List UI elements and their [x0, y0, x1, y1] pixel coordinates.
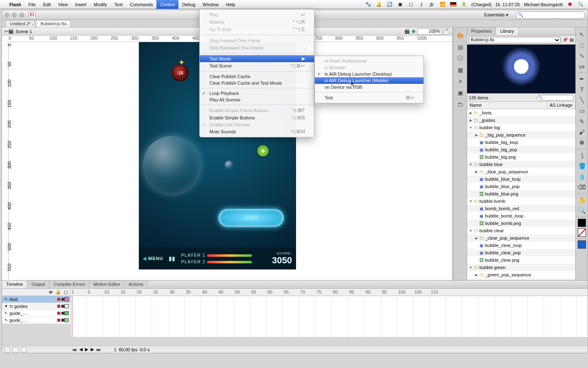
- shield-icon[interactable]: ⬢: [567, 2, 573, 7]
- pin-icon[interactable]: 📌: [562, 37, 568, 43]
- layer-row[interactable]: ▼🗀guides: [2, 303, 70, 310]
- menu-debug[interactable]: Debug: [178, 0, 199, 9]
- ffwd-icon[interactable]: ⏭: [96, 347, 101, 352]
- library-item[interactable]: ▣bubble_blue_loop: [467, 175, 575, 183]
- menu-window[interactable]: Window: [199, 0, 222, 9]
- library-item[interactable]: ▶🗀_green_pop_sequence: [467, 271, 575, 278]
- bluetooth-icon[interactable]: ᛒ: [418, 2, 425, 7]
- line-tool-icon[interactable]: ╲: [576, 95, 588, 105]
- menu-item[interactable]: Clear Publish Cache and Test Movie: [200, 80, 314, 86]
- library-item[interactable]: ▼🗀bubble big: [467, 124, 575, 131]
- tab-timeline[interactable]: Timeline: [2, 280, 27, 288]
- brush-tool-icon[interactable]: 🖌: [576, 127, 588, 137]
- spotlight-icon[interactable]: 🔍: [577, 2, 584, 7]
- workspace-switcher[interactable]: Essentials: [480, 11, 512, 18]
- col-linkage[interactable]: AS Linkage: [547, 102, 575, 109]
- small-bubble-sprite[interactable]: [225, 161, 234, 170]
- tab-library[interactable]: Library: [496, 27, 519, 35]
- eyedropper-icon[interactable]: 💧: [576, 171, 588, 182]
- bell-icon[interactable]: 🔔: [376, 2, 382, 7]
- library-item[interactable]: ▣bubble_big_loop: [467, 139, 575, 146]
- plus-sprite[interactable]: +: [257, 145, 269, 157]
- selection-tool-icon[interactable]: ↖: [576, 29, 588, 40]
- menu-control[interactable]: Control: [156, 0, 178, 9]
- zoom-stepper[interactable]: ⌃: [443, 28, 450, 35]
- layer-row[interactable]: ✎guide_…: [2, 310, 70, 317]
- col-name[interactable]: Name: [467, 102, 547, 109]
- doc-tab-bubbleup[interactable]: BubbleUp.fla×: [36, 20, 71, 27]
- library-item[interactable]: ▣bubble_big_pop: [467, 146, 575, 153]
- edit-symbol-icon[interactable]: ⬣: [412, 29, 416, 34]
- layer-row[interactable]: ✎guide_…: [2, 317, 70, 324]
- menu-item[interactable]: Enable Simple Buttons⌥⌘B: [200, 114, 314, 121]
- option-swatch[interactable]: [578, 240, 586, 249]
- library-item[interactable]: ▶🗀_big_pop_sequence: [467, 131, 575, 139]
- library-item[interactable]: ▶🗀_guides: [467, 117, 575, 124]
- tab-motion-editor[interactable]: Motion Editor: [89, 280, 125, 288]
- display-icon[interactable]: ▢: [408, 2, 414, 7]
- library-item[interactable]: ▶🗀_clear_pop_sequence: [467, 234, 575, 242]
- menu-item[interactable]: Test Movie▶: [200, 55, 314, 62]
- big-bubble-sprite[interactable]: [143, 136, 200, 193]
- user-name[interactable]: Michael Baumgardt: [524, 2, 563, 7]
- components-icon[interactable]: ▣: [453, 87, 467, 99]
- library-item[interactable]: ▶🗀_fonts: [467, 109, 575, 117]
- library-item[interactable]: 🖼bubble_bomb.png: [467, 220, 575, 227]
- align-icon[interactable]: ▤: [453, 41, 467, 53]
- menu-file[interactable]: File: [25, 0, 40, 9]
- library-item[interactable]: 🖼bubble_blue.png: [467, 190, 575, 197]
- frame-grid[interactable]: [71, 296, 588, 337]
- power-pill-sprite[interactable]: /////: [218, 209, 284, 227]
- battery-icon[interactable]: 🔋: [461, 2, 467, 7]
- scene-name[interactable]: Scene 1: [16, 29, 32, 34]
- submenu-item[interactable]: ✓in AIR Debug Launcher (Desktop): [315, 71, 423, 77]
- submenu-item[interactable]: Test⌘↩: [315, 94, 423, 101]
- menu-modify[interactable]: Modify: [90, 0, 111, 9]
- new-library-icon[interactable]: ▤: [570, 37, 574, 43]
- menu-view[interactable]: View: [54, 0, 71, 9]
- bone-tool-icon[interactable]: ⟆: [576, 150, 588, 161]
- zoom-input[interactable]: 100%: [417, 28, 442, 35]
- back-icon[interactable]: ⇦: [4, 29, 8, 34]
- tab-output[interactable]: Output: [27, 280, 49, 288]
- tab-properties[interactable]: Properties: [467, 27, 496, 35]
- library-item[interactable]: ▣bubble_bomb_loop: [467, 212, 575, 220]
- history-icon[interactable]: ≡: [453, 76, 467, 87]
- tab-actions[interactable]: Actions: [125, 280, 148, 288]
- lasso-tool-icon[interactable]: ᔕ: [576, 61, 588, 72]
- help-search-input[interactable]: [516, 11, 585, 19]
- library-item[interactable]: 🖼bubble_clear.png: [467, 256, 575, 264]
- playhead[interactable]: [72, 296, 72, 337]
- library-search-input[interactable]: [537, 95, 574, 101]
- pencil-tool-icon[interactable]: ✎: [576, 116, 588, 127]
- doc-tab-untitled[interactable]: Untitled-2*×: [5, 20, 35, 27]
- library-item[interactable]: ▣bubble_clear_pop: [467, 249, 575, 256]
- deco-tool-icon[interactable]: ❁: [576, 137, 588, 148]
- free-transform-icon[interactable]: ⤡: [576, 50, 588, 61]
- library-item[interactable]: 🖼bubble_big.png: [467, 153, 575, 161]
- library-doc-select[interactable]: BubbleUp.fla: [469, 37, 561, 43]
- library-item[interactable]: ▼🗀bubble bomb: [467, 197, 575, 205]
- rect-tool-icon[interactable]: ▭: [576, 105, 588, 116]
- library-item[interactable]: ▣bomb_bomb_red: [467, 205, 575, 212]
- flag-de-icon[interactable]: [450, 2, 457, 7]
- menu-item[interactable]: ✓Loop Playback: [200, 90, 314, 96]
- menu-edit[interactable]: Edit: [39, 0, 54, 9]
- menu-text[interactable]: Text: [111, 0, 126, 9]
- new-folder-button[interactable]: [13, 347, 18, 352]
- traffic-lights[interactable]: [4, 13, 24, 18]
- menu-help[interactable]: Help: [222, 0, 239, 9]
- text-tool-icon[interactable]: T: [576, 84, 588, 95]
- rewind-icon[interactable]: ⏮: [72, 347, 77, 352]
- menu-insert[interactable]: Insert: [71, 0, 90, 9]
- delete-layer-button[interactable]: [21, 347, 27, 352]
- zoom-tool-icon[interactable]: 🔍: [576, 205, 588, 216]
- paw-icon[interactable]: 🐾: [365, 2, 372, 7]
- menu-item[interactable]: Clear Publish Cache: [200, 73, 314, 80]
- play-icon[interactable]: ▶: [85, 347, 88, 352]
- paint-bucket-icon[interactable]: 🪣: [576, 161, 588, 171]
- step-back-icon[interactable]: ◀: [79, 347, 82, 352]
- wifi-icon[interactable]: 📶: [439, 2, 446, 7]
- stroke-swatch[interactable]: [578, 219, 586, 227]
- menu-item[interactable]: Mute Sounds⌥⌘M: [200, 128, 314, 135]
